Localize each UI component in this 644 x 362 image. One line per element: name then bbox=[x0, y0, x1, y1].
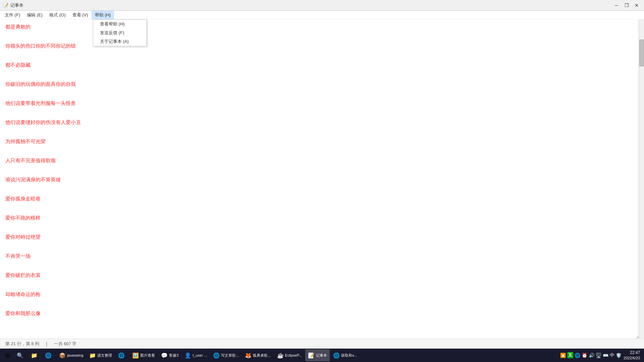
editor-line bbox=[5, 223, 639, 233]
file-explorer-icon: 📁 bbox=[31, 352, 38, 359]
menu-bar: 文件 (F) 编辑 (E) 格式 (O) 查看 (V) 帮助 (H) 查看帮助 … bbox=[0, 11, 644, 19]
window-controls: ─ ❐ ✕ bbox=[612, 2, 641, 9]
dropdown-send-feedback[interactable]: 发送反馈 (F) bbox=[93, 28, 146, 37]
source-label: 源文整理 bbox=[97, 353, 112, 358]
taskbar-user[interactable]: 👤 t_user ... bbox=[182, 349, 210, 361]
editor-line bbox=[5, 70, 639, 80]
tray-shield[interactable]: 🛡️ bbox=[616, 353, 622, 358]
browser-icon: 🌐 bbox=[45, 352, 52, 359]
editor-line: 你破旧的玩偶你的面具你的自我 bbox=[5, 79, 639, 89]
menu-file[interactable]: 文件 (F) bbox=[1, 11, 23, 19]
editor-line: 不肯哭一场 bbox=[5, 251, 639, 261]
taskbar-image[interactable]: 🖼️ 图片查看 bbox=[129, 349, 158, 361]
service-label: 客服3 bbox=[169, 353, 178, 358]
restore-button[interactable]: ❐ bbox=[622, 2, 631, 9]
tray-lang[interactable]: 中 bbox=[610, 352, 614, 358]
scrollbar-thumb[interactable] bbox=[639, 40, 644, 66]
editor-line bbox=[5, 108, 639, 118]
tray-clock2[interactable]: ⏰ bbox=[582, 353, 587, 358]
javaswing-label: javaswing bbox=[67, 353, 83, 357]
menu-format[interactable]: 格式 (O) bbox=[46, 11, 69, 19]
taskbar-eclipse[interactable]: ☕ EclipseP... bbox=[274, 349, 305, 361]
javaswing-icon: 📦 bbox=[59, 352, 66, 359]
editor-line bbox=[5, 166, 639, 175]
editor-line: 他们说要带着光刑服每一头怪兽 bbox=[5, 99, 639, 108]
menu-edit[interactable]: 编辑 (E) bbox=[23, 11, 46, 19]
taskbar-browser[interactable]: 🌐 bbox=[42, 349, 56, 361]
get-icon: 🌐 bbox=[333, 352, 340, 359]
notepad-icon: 📝 bbox=[308, 352, 315, 359]
taskbar-service[interactable]: 💬 客服3 bbox=[158, 349, 181, 361]
editor-area[interactable]: 都是勇敢的 你领头的伤口你的不同你记的错 都不必隐藏 你破旧的玩偶你的面具你的自… bbox=[0, 19, 644, 339]
taskbar-file-explorer[interactable]: 📁 bbox=[28, 349, 42, 361]
source-icon: 📁 bbox=[89, 352, 96, 359]
help-dropdown: 查看帮助 (H) 发送反馈 (F) 关于记事本 (A) bbox=[93, 19, 147, 46]
editor-line: 爱你孤身走暗巷 bbox=[5, 194, 639, 204]
editor-line: 爱你不跪的模样 bbox=[5, 213, 639, 223]
fox-icon: 🦊 bbox=[245, 352, 252, 359]
taskbar-search[interactable]: 🔍 bbox=[14, 349, 28, 361]
image-icon: 🖼️ bbox=[132, 352, 139, 359]
editor-line bbox=[5, 89, 639, 99]
taskbar: ⊞ 🔍 📁 🌐 📦 javaswing 📁 源文整理 🌐 🖼️ 图片查看 💬 客… bbox=[0, 349, 644, 362]
eclipse-icon: ☕ bbox=[277, 352, 284, 359]
taskbar-fox[interactable]: 🦊 狐勇者歌... bbox=[242, 349, 273, 361]
tray-network[interactable]: 🌐 bbox=[575, 353, 580, 358]
close-button[interactable]: ✕ bbox=[632, 2, 641, 9]
editor-line: 爱你对峙过绝望 bbox=[5, 232, 639, 242]
user-icon: 👤 bbox=[184, 352, 191, 359]
taskbar-article[interactable]: 🌐 写文章歌... bbox=[210, 349, 241, 361]
menu-view[interactable]: 查看 (V) bbox=[69, 11, 92, 19]
notepad-label: 记事本 bbox=[316, 353, 327, 358]
menu-help[interactable]: 帮助 (H) bbox=[92, 11, 114, 19]
eclipse-label: EclipseP... bbox=[285, 353, 302, 357]
editor-line: 他们说要缝好你的伤没有人爱小丑 bbox=[5, 118, 639, 127]
status-separator: | bbox=[46, 341, 47, 346]
editor-line bbox=[5, 127, 639, 137]
dropdown-view-help[interactable]: 查看帮助 (H) bbox=[93, 20, 146, 28]
editor-line: 为何孤独不可光荣 bbox=[5, 137, 639, 146]
editor-line bbox=[5, 299, 639, 309]
tray-chevron[interactable]: 🔼 bbox=[560, 353, 566, 358]
editor-line: 却敢堵命运的枪 bbox=[5, 290, 639, 299]
editor-line: 人只有不完美值得歌颂 bbox=[5, 156, 639, 166]
tray-volume[interactable]: 🔊 bbox=[589, 353, 594, 358]
clock-date: 2022/6/20 bbox=[624, 356, 640, 360]
editor-line bbox=[5, 261, 639, 271]
editor-line: 都不必隐藏 bbox=[5, 60, 639, 70]
get-label: 获取和x... bbox=[341, 353, 357, 358]
fox-label: 狐勇者歌... bbox=[253, 353, 271, 358]
taskbar-javaswing[interactable]: 📦 javaswing bbox=[56, 349, 86, 361]
resize-handle[interactable]: ◢ bbox=[636, 335, 639, 339]
tray-display[interactable]: 🖥️ bbox=[596, 353, 601, 358]
dropdown-about[interactable]: 关于记事本 (A) bbox=[93, 37, 146, 46]
total-chars: 一共 607 字 bbox=[54, 341, 77, 347]
start-button[interactable]: ⊞ bbox=[1, 349, 13, 361]
chrome1-icon: 🌐 bbox=[118, 352, 125, 359]
editor-line bbox=[5, 185, 639, 194]
system-clock[interactable]: 22:47 2022/6/20 bbox=[624, 350, 640, 360]
taskbar-chrome1[interactable]: 🌐 bbox=[115, 349, 129, 361]
tray-icons: 🔼 五 🌐 ⏰ 🔊 🖥️ ⌨️ 中 🛡️ bbox=[560, 352, 622, 358]
system-tray: 🔼 五 🌐 ⏰ 🔊 🖥️ ⌨️ 中 🛡️ 22:47 2022/6/20 bbox=[560, 350, 643, 360]
minimize-button[interactable]: ─ bbox=[612, 2, 621, 9]
editor-line bbox=[5, 51, 639, 61]
image-label: 图片查看 bbox=[140, 353, 155, 358]
article-icon: 🌐 bbox=[213, 352, 220, 359]
editor-line: 爱你和我那么像 bbox=[5, 309, 639, 318]
editor-line bbox=[5, 146, 639, 156]
tray-s[interactable]: 五 bbox=[567, 352, 573, 358]
status-bar: 第 21 行，第 8 列 | 一共 607 字 bbox=[0, 339, 644, 349]
scrollbar-track[interactable] bbox=[639, 19, 644, 339]
cursor-position: 第 21 行，第 8 列 bbox=[5, 341, 39, 347]
taskbar-notepad[interactable]: 📝 记事本 bbox=[305, 349, 330, 361]
taskbar-source[interactable]: 📁 源文整理 bbox=[87, 349, 115, 361]
taskbar-get[interactable]: 🌐 获取和x... bbox=[330, 349, 360, 361]
title-bar: 📝 记事本 ─ ❐ ✕ bbox=[0, 0, 644, 11]
editor-line bbox=[5, 280, 639, 290]
tray-keyboard[interactable]: ⌨️ bbox=[603, 353, 608, 358]
search-icon: 🔍 bbox=[17, 352, 23, 359]
editor-line: 爱你破烂的衣裳 bbox=[5, 270, 639, 280]
clock-time: 22:47 bbox=[624, 350, 640, 356]
editor-line bbox=[5, 242, 639, 252]
